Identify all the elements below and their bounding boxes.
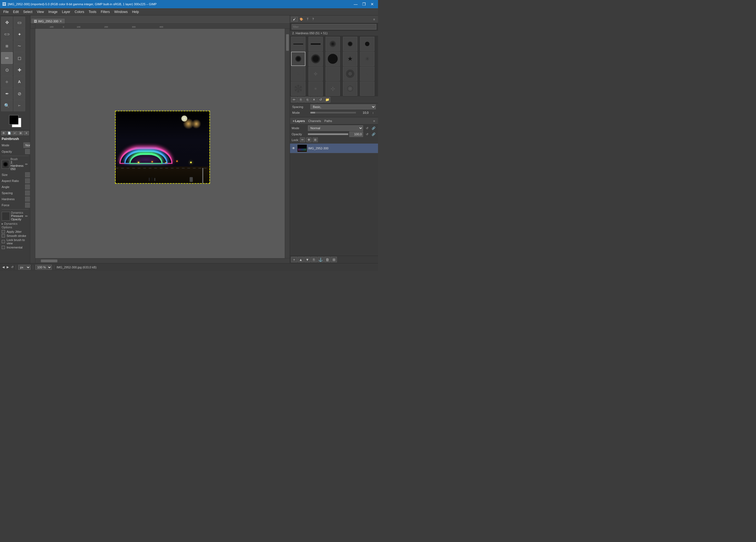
panel-menu-button[interactable]: ≡ xyxy=(371,17,377,22)
brush-cell-star[interactable]: ★ xyxy=(343,52,357,66)
brush-cell-black[interactable] xyxy=(326,52,340,66)
unit-select[interactable]: px mm xyxy=(18,265,31,270)
brush-cell-splat7[interactable] xyxy=(291,81,305,96)
scrollbar-v-thumb[interactable] xyxy=(286,34,289,51)
measure-tool[interactable]: ⊢ xyxy=(14,100,25,111)
lower-layer-button[interactable]: ▼ xyxy=(304,257,310,262)
brush-cell-selected[interactable] xyxy=(291,52,305,66)
brush-edit[interactable]: ✏ xyxy=(25,162,28,166)
layers-mode-select[interactable]: Normal xyxy=(308,125,363,131)
smooth-stroke-row[interactable]: Smooth stroke xyxy=(2,234,28,237)
close-button[interactable]: ✕ xyxy=(369,1,376,7)
brush-filter-input[interactable] xyxy=(292,24,376,30)
fuzzy-select-tool[interactable]: ✦ xyxy=(14,28,25,40)
brush-preview[interactable] xyxy=(2,160,9,169)
brush-cell-splat6[interactable]: ✧ xyxy=(360,67,374,81)
warp-tool[interactable]: 〜 xyxy=(14,40,25,52)
move-tool[interactable]: ✥ xyxy=(1,17,13,28)
apply-jitter-checkbox[interactable] xyxy=(2,230,5,233)
dynamics-edit[interactable]: ✏ xyxy=(24,214,28,218)
paths-tab[interactable]: Paths xyxy=(323,119,334,123)
anchor-layer-button[interactable]: ⚓ xyxy=(318,257,324,262)
brush-cell-hard2[interactable] xyxy=(360,37,374,51)
scrollbar-vertical[interactable] xyxy=(285,29,290,258)
brush-cell-splat8[interactable]: ⁕ xyxy=(308,81,323,96)
opacity-input[interactable] xyxy=(25,149,30,154)
brush-new-button[interactable]: ✏ xyxy=(291,97,297,102)
brush-cell-splat3[interactable]: ✤ xyxy=(308,67,323,81)
color-picker[interactable]: ⊘ xyxy=(14,88,25,99)
dynamics-options-expand[interactable]: ▸ Dynamics Options xyxy=(2,222,28,229)
brush-folder-button[interactable]: 📁 xyxy=(324,97,330,102)
brush-cell-splat4[interactable]: ✦ xyxy=(326,67,340,81)
text-tool[interactable]: A xyxy=(14,76,25,87)
colors-tab[interactable]: 🎨 xyxy=(298,17,305,22)
lock-brush-row[interactable]: Lock brush to view xyxy=(2,238,28,245)
hardness-input[interactable] xyxy=(25,196,30,201)
brush-cell-soft1[interactable] xyxy=(326,37,340,51)
menu-edit[interactable]: Edit xyxy=(11,9,21,14)
size-input[interactable] xyxy=(25,172,30,177)
tool-options-tab[interactable]: ⚙ xyxy=(1,131,6,135)
brush-cell-splat11[interactable] xyxy=(360,81,374,96)
lock-move-button[interactable]: ✥ xyxy=(306,137,312,142)
status-rotate-ccw[interactable]: ↺ xyxy=(11,265,14,269)
incremental-row[interactable]: Incremental xyxy=(2,246,28,249)
document-tab[interactable]: 📄 xyxy=(7,131,12,135)
minimize-button[interactable]: — xyxy=(352,1,359,7)
brush-cell-splat10[interactable] xyxy=(343,81,357,96)
menu-view[interactable]: View xyxy=(34,9,46,14)
lasso-tool[interactable]: ⊂⊃ xyxy=(1,28,13,40)
menu-layer[interactable]: Layer xyxy=(60,9,73,14)
layers-mode-link[interactable]: 🔗 xyxy=(371,125,376,131)
brush-cell-line2[interactable] xyxy=(308,37,323,51)
clone-tool[interactable]: ⊙ xyxy=(1,64,13,76)
scrollbar-h-thumb[interactable] xyxy=(41,259,57,262)
mode-select[interactable]: Normal xyxy=(23,142,30,148)
raise-layer-button[interactable]: ▲ xyxy=(298,257,304,262)
layers-tab[interactable]: ≡ Layers xyxy=(291,119,307,123)
brush-cell-line1[interactable] xyxy=(291,37,305,51)
angle-input[interactable] xyxy=(25,184,30,189)
layers-mode-icon[interactable]: ↺ xyxy=(364,125,370,131)
layer-visibility-eye[interactable]: 👁 xyxy=(291,146,296,151)
canvas-image[interactable] xyxy=(116,111,209,183)
paintbrush-tool[interactable]: ✏ xyxy=(1,52,13,64)
new-layer-button[interactable]: + xyxy=(291,257,297,262)
snap-tab[interactable]: ⊞ xyxy=(18,131,23,135)
brush-cell-splat5[interactable] xyxy=(343,67,357,81)
tab-close-button[interactable]: ✕ xyxy=(59,20,62,23)
spacing-input[interactable] xyxy=(25,190,30,195)
menu-select[interactable]: Select xyxy=(21,9,34,14)
path-tool[interactable]: ✒ xyxy=(1,88,13,99)
menu-opt-tab[interactable]: ≡ xyxy=(24,131,29,135)
layer-item[interactable]: 👁 IMG_2952-300 xyxy=(290,143,378,153)
brush-cell-lg[interactable] xyxy=(308,52,323,66)
channels-tab[interactable]: Channels xyxy=(307,119,323,123)
help-tab[interactable]: ? xyxy=(310,17,316,22)
incremental-checkbox[interactable] xyxy=(2,246,5,249)
font-tab[interactable]: T xyxy=(305,17,310,22)
brush-paste-button[interactable]: ⎗ xyxy=(304,97,310,102)
zoom-select[interactable]: 100 % 50 % 200 % xyxy=(35,265,52,270)
lock-brush-checkbox[interactable] xyxy=(2,240,5,243)
layers-panel-menu[interactable]: ≡ xyxy=(371,118,377,124)
brush-cell-splat1[interactable]: ✳ xyxy=(360,52,374,66)
eraser-tool[interactable]: ◻ xyxy=(14,52,25,64)
brush-copy-button[interactable]: ⎘ xyxy=(298,97,304,102)
delete-layer-button[interactable]: 🗑 xyxy=(324,257,330,262)
menu-windows[interactable]: Windows xyxy=(112,9,130,14)
menu-image[interactable]: Image xyxy=(46,9,60,14)
layers-opacity-input[interactable] xyxy=(349,131,363,137)
duplicate-layer-button[interactable]: ⎘ xyxy=(311,257,317,262)
brush-cell-splat2[interactable]: ❋ xyxy=(291,67,305,81)
brush-cell-splat9[interactable]: ⊹ xyxy=(326,81,340,96)
maximize-button[interactable]: ❐ xyxy=(360,1,368,7)
preset-select[interactable]: Basic, xyxy=(310,104,376,109)
align-tool[interactable]: ⊞ xyxy=(1,40,13,52)
menu-help[interactable]: Help xyxy=(130,9,141,14)
lock-paint-button[interactable]: ✏ xyxy=(300,137,305,142)
force-input[interactable] xyxy=(25,203,30,208)
status-nav-prev[interactable]: ◀ xyxy=(2,265,4,269)
canvas-viewport[interactable] xyxy=(35,29,290,258)
